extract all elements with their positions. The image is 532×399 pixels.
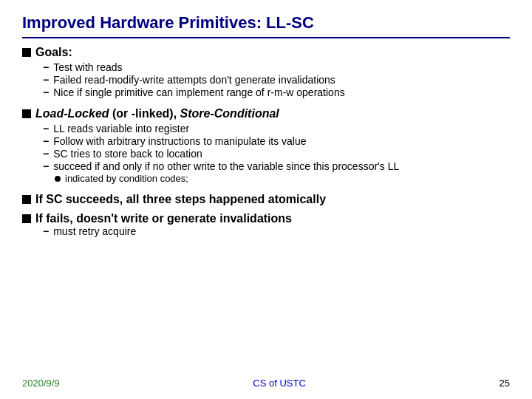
list-item: − Nice if single primitive can implement… (43, 86, 510, 98)
load-locked-header: Load-Locked (or -linked), Store-Conditio… (22, 107, 510, 120)
list-item: indicated by condition codes; (55, 173, 510, 184)
section-load-locked: Load-Locked (or -linked), Store-Conditio… (22, 107, 510, 184)
if-fails-sub-1: must retry acquire (53, 225, 136, 237)
slide: Improved Hardware Primitives: LL-SC Goal… (0, 0, 532, 399)
ll-item-2: Follow with arbitrary instructions to ma… (53, 135, 306, 147)
slide-footer: 2020/9/9 CS of USTC 25 (22, 375, 510, 389)
goals-title: Goals: (35, 46, 72, 59)
goals-item-3: Nice if single primitive can implement r… (53, 86, 344, 98)
footer-date: 2020/9/9 (22, 378, 60, 389)
goals-item-1: Test with reads (53, 61, 122, 73)
list-item: − Test with reads (43, 61, 510, 73)
sc-succeeds-text: If SC succeeds, all three steps happened… (35, 193, 326, 206)
list-item: − SC tries to store back to location (43, 148, 510, 160)
section-if-fails: If fails, doesn't write or generate inva… (22, 212, 510, 237)
ll-sub-item-1: indicated by condition codes; (65, 173, 188, 184)
ll-item-3: SC tries to store back to location (53, 148, 202, 160)
load-locked-items: − LL reads variable into register − Foll… (43, 123, 510, 184)
ll-item-4: succeed if and only if no other write to… (53, 160, 399, 172)
if-fails-bullet (22, 214, 31, 223)
load-locked-post: Store-Conditional (180, 107, 279, 120)
list-item: − succeed if and only if no other write … (43, 160, 510, 172)
footer-page: 25 (499, 378, 510, 389)
slide-title: Improved Hardware Primitives: LL-SC (22, 13, 510, 38)
list-item: − LL reads variable into register (43, 123, 510, 134)
goals-header: Goals: (22, 46, 510, 59)
list-item: − Follow with arbitrary instructions to … (43, 135, 510, 147)
if-fails-items: − must retry acquire (43, 225, 510, 237)
sc-succeeds-bullet (22, 195, 31, 204)
load-locked-pre: Load-Locked (35, 107, 109, 120)
if-fails-header: If fails, doesn't write or generate inva… (22, 212, 510, 225)
goals-bullet (22, 48, 31, 57)
goals-item-2: Failed read-modify-write attempts don't … (53, 74, 335, 86)
ll-item-1: LL reads variable into register (53, 123, 189, 134)
section-sc-succeeds: If SC succeeds, all three steps happened… (22, 193, 510, 206)
goals-items: − Test with reads − Failed read-modify-w… (43, 61, 510, 98)
load-locked-title: Load-Locked (or -linked), Store-Conditio… (35, 107, 279, 120)
circle-bullet-icon (55, 176, 61, 182)
list-item: − must retry acquire (43, 225, 510, 237)
if-fails-text: If fails, doesn't write or generate inva… (35, 212, 292, 225)
list-item: − Failed read-modify-write attempts don'… (43, 74, 510, 86)
load-locked-mid: (or -linked), (109, 107, 180, 120)
load-locked-bullet (22, 109, 31, 118)
slide-content: Goals: − Test with reads − Failed read-m… (22, 46, 510, 370)
section-goals: Goals: − Test with reads − Failed read-m… (22, 46, 510, 98)
ll-sub-sub-items: indicated by condition codes; (55, 173, 510, 184)
footer-center: CS of USTC (253, 378, 306, 389)
